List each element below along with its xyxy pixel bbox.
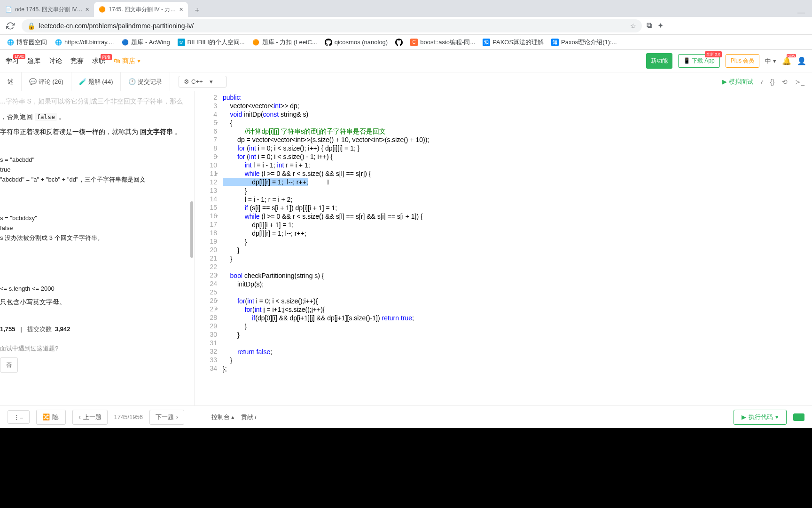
bookmark-item[interactable]: 🔵题库 - AcWing	[118, 36, 172, 48]
tab-solutions[interactable]: 🧪 题解 (44)	[71, 72, 121, 91]
code-editor[interactable]: 2345▾6789▾1011▾1213141516▾17181920212223…	[195, 91, 812, 405]
browser-tabs-bar: 📄 ode 1745. 回文串分割 IV… × 🟠 1745. 回文串分割 IV…	[0, 0, 812, 17]
interview-question: 面试中遇到过这道题?	[0, 343, 188, 355]
lock-icon: 🔒	[27, 22, 35, 30]
browser-tab-2[interactable]: 🟠 1745. 回文串分割 IV - 力扣 (Le… ×	[94, 2, 188, 17]
extension-icon[interactable]: ✦	[657, 21, 664, 30]
stats-row: 1,755 | 提交次数 3,942	[0, 324, 188, 335]
run-code-button[interactable]: ▶ 执行代码 ▾	[734, 410, 787, 425]
bookmark-item[interactable]: 🟠题库 - 力扣 (LeetC...	[250, 36, 320, 48]
info-icon[interactable]: 𝒾	[761, 78, 763, 86]
example-2: s = "bcbddxy" false s 没办法被分割成 3 个回文子字符串。	[0, 212, 188, 245]
acwing-icon: 🔵	[121, 39, 129, 46]
nav-contest[interactable]: 竞赛	[70, 57, 84, 65]
notifications-icon[interactable]: 🔔	[782, 56, 791, 65]
url-input[interactable]: 🔒 leetcode-cn.com/problems/palindrome-pa…	[22, 19, 642, 32]
tab-favicon-1: 📄	[5, 6, 12, 13]
video-strip	[0, 428, 812, 508]
plus-button[interactable]: Plus 会员	[726, 54, 760, 68]
language-select[interactable]: 中 ▾	[765, 57, 776, 65]
bookmark-item[interactable]: Cboost::asio编程-同...	[407, 36, 478, 48]
bookmark-item[interactable]	[392, 37, 406, 48]
contribute-link[interactable]: 贡献 i	[241, 413, 256, 421]
user-avatar[interactable]: 👤	[797, 56, 806, 65]
prev-button[interactable]: ‹ 上一题	[72, 410, 107, 425]
submit-button[interactable]	[793, 413, 804, 421]
bookmark-item[interactable]: 🌐博客园空间	[4, 36, 50, 48]
browser-tab-1[interactable]: 📄 ode 1745. 回文串分割 IV… ×	[0, 2, 94, 17]
main-content: ...字符串 S，如果可以将它分割成三个非空回文子字符串，那么 ，否则返回 fa…	[0, 91, 812, 405]
nav-jobs[interactable]: 求职内推	[92, 57, 105, 65]
problem-list-button[interactable]: ⋮≡	[8, 410, 30, 424]
bookmark-item[interactable]: tvBILIBILI的个人空间...	[175, 36, 248, 48]
site-nav: 学习LIVE 题库 讨论 竞赛 求职内推 🛍 商店 ▾ 新功能 📱 下载 App…	[0, 50, 812, 72]
blog-icon: C	[410, 39, 418, 46]
nav-store[interactable]: 🛍 商店 ▾	[114, 57, 141, 65]
code-content[interactable]: public: vector<vector<int>> dp; void ini…	[223, 91, 812, 405]
no-button[interactable]: 否	[0, 357, 18, 373]
github-icon	[395, 39, 403, 46]
bookmark-item[interactable]: 知PAXOS算法的理解	[480, 36, 547, 48]
globe-icon: 🌐	[7, 39, 14, 46]
star-icon[interactable]: ☆	[630, 22, 636, 30]
github-icon	[325, 39, 332, 46]
bookmark-item[interactable]: 🌐https://dl.bintray....	[52, 37, 117, 48]
close-icon[interactable]: ×	[85, 6, 89, 13]
sub-bar: 述 💬 评论 (26) 🧪 题解 (44) 🕐 提交记录 ⚙ C++ ▾ ▶ 模…	[0, 72, 812, 91]
leetcode-icon: 🟠	[252, 39, 260, 46]
next-button[interactable]: 下一题 ›	[149, 410, 184, 425]
bottom-toolbar: ⋮≡ 🔀 随. ‹ 上一题 1745/1956 下一题 › 控制台 ▴ 贡献 i…	[0, 405, 812, 428]
window-controls: —	[790, 8, 812, 17]
constraints: <= s.length <= 2000	[0, 282, 188, 296]
tab-favicon-2: 🟠	[99, 6, 106, 13]
zhihu-icon: 知	[551, 39, 559, 46]
tab-description[interactable]: 述	[0, 72, 22, 91]
example-1: s = "abcbdd" true "abcbdd" = "a" + "bcb"…	[0, 153, 188, 186]
new-tab-button[interactable]: +	[191, 4, 204, 17]
truncated-text: ...字符串 S，如果可以将它分割成三个非空回文子字符串，那么	[0, 95, 188, 108]
close-icon[interactable]: ×	[179, 6, 183, 13]
reset-icon[interactable]: ⟲	[782, 78, 788, 86]
code-language-select[interactable]: ⚙ C++ ▾	[179, 76, 226, 87]
constraint-text: 只包含小写英文字母。	[0, 296, 188, 309]
page-indicator: 1745/1956	[114, 413, 143, 421]
bookmark-item[interactable]: 知Paxos理论介绍(1):...	[548, 36, 619, 48]
reload-button[interactable]	[4, 19, 17, 32]
random-button[interactable]: 🔀 随.	[36, 410, 66, 425]
globe-icon: 🌐	[55, 39, 62, 46]
nav-learn[interactable]: 学习LIVE	[6, 57, 19, 65]
terminal-icon[interactable]: ≻_	[795, 78, 804, 86]
bookmark-item[interactable]: qicosmos (nanolog)	[322, 37, 390, 48]
download-app-button[interactable]: 📱 下载 App	[678, 54, 720, 68]
tab-comments[interactable]: 💬 评论 (26)	[22, 72, 71, 91]
minimize-icon[interactable]: —	[797, 8, 805, 17]
line-gutter: 2345▾6789▾1011▾1213141516▾17181920212223…	[195, 91, 223, 405]
bilibili-icon: tv	[178, 39, 185, 46]
nav-problems[interactable]: 题库	[27, 57, 40, 65]
braces-icon[interactable]: {}	[770, 78, 774, 86]
bookmarks-bar: 🌐博客园空间 🌐https://dl.bintray.... 🔵题库 - AcW…	[0, 35, 812, 50]
problem-description[interactable]: ...字符串 S，如果可以将它分割成三个非空回文子字符串，那么 ，否则返回 fa…	[0, 91, 195, 405]
nav-discuss[interactable]: 讨论	[49, 57, 62, 65]
scrollbar[interactable]	[190, 91, 193, 405]
reader-icon[interactable]: ⧉	[647, 21, 652, 30]
tab-history[interactable]: 🕐 提交记录	[121, 72, 170, 91]
url-text: leetcode-cn.com/problems/palindrome-part…	[39, 22, 194, 30]
tab-title-2: 1745. 回文串分割 IV - 力扣 (Le…	[109, 6, 177, 14]
tab-title-1: ode 1745. 回文串分割 IV…	[15, 6, 82, 14]
zhihu-icon: 知	[483, 39, 490, 46]
console-toggle[interactable]: 控制台 ▴	[211, 413, 234, 421]
address-bar: 🔒 leetcode-cn.com/problems/palindrome-pa…	[0, 17, 812, 35]
mock-interview-button[interactable]: ▶ 模拟面试	[722, 78, 753, 86]
new-feature-button[interactable]: 新功能	[646, 53, 672, 69]
